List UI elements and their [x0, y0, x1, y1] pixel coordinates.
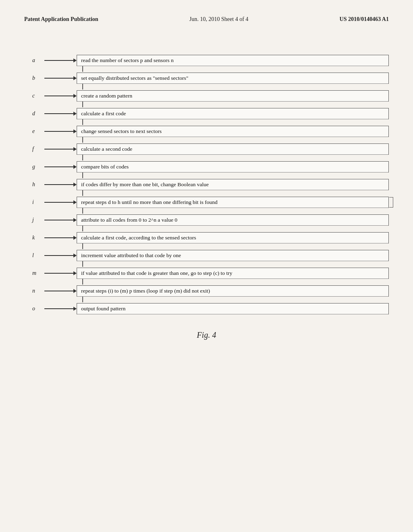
- arrowhead-j: [73, 218, 77, 222]
- step-label-c: c: [32, 93, 44, 99]
- step-row-f: fcalculate a second code: [32, 143, 389, 155]
- step-wrapper-b: bset equally distributed sectors as "sen…: [32, 73, 389, 89]
- step-box-e: change sensed sectors to next sectors: [77, 126, 389, 137]
- arrowhead-b: [73, 76, 77, 80]
- step-label-f: f: [32, 146, 44, 152]
- arrow-e: [44, 129, 77, 133]
- step-wrapper-c: ccreate a random pattern: [32, 90, 389, 107]
- step-box-m: if value attributed to that code is grea…: [77, 268, 389, 279]
- connector-h: [32, 190, 389, 196]
- step-wrapper-i: irepeat steps d to h until no more than …: [32, 197, 389, 214]
- step-row-n: nrepeat steps (i) to (m) p times (loop i…: [32, 285, 389, 297]
- arrowhead-l: [73, 254, 77, 258]
- arrow-o: [44, 307, 77, 311]
- step-wrapper-o: ooutput found pattern: [32, 303, 389, 314]
- arrow-b: [44, 76, 77, 80]
- connector-a: [32, 66, 389, 72]
- step-wrapper-j: jattribute to all codes from 0 to 2^n a …: [32, 214, 389, 231]
- connector-line-e: [82, 137, 83, 143]
- arrow-f: [44, 147, 77, 151]
- step-row-a: aread the number of sectors p and sensor…: [32, 55, 389, 66]
- step-row-j: jattribute to all codes from 0 to 2^n a …: [32, 214, 389, 226]
- connector-line-c: [82, 102, 83, 107]
- step-row-e: echange sensed sectors to next sectors: [32, 126, 389, 137]
- arrowhead-d: [73, 112, 77, 116]
- arrowhead-o: [73, 307, 77, 311]
- diagram: aread the number of sectors p and sensor…: [24, 55, 389, 314]
- arrow-d: [44, 112, 77, 116]
- step-wrapper-l: lincrement value attributed to that code…: [32, 250, 389, 267]
- connector-line-n: [82, 297, 83, 302]
- connector-line-k: [82, 243, 83, 249]
- arrowhead-k: [73, 236, 77, 240]
- step-label-b: b: [32, 75, 44, 81]
- arrow-l: [44, 254, 77, 258]
- step-box-d: calculate a first code: [77, 108, 389, 119]
- step-box-a: read the number of sectors p and sensors…: [77, 55, 389, 66]
- connector-c: [32, 102, 389, 107]
- connector-k: [32, 243, 389, 249]
- arrow-k: [44, 236, 77, 240]
- arrow-i: [44, 200, 77, 204]
- bracket-right-i: [389, 197, 393, 208]
- connector-d: [32, 119, 389, 125]
- step-label-m: m: [32, 270, 44, 276]
- header-date-sheet: Jun. 10, 2010 Sheet 4 of 4: [190, 16, 248, 23]
- step-row-m: mif value attributed to that code is gre…: [32, 268, 389, 279]
- step-wrapper-f: fcalculate a second code: [32, 143, 389, 160]
- connector-line-i: [82, 208, 83, 214]
- page: Patent Application Publication Jun. 10, …: [0, 0, 413, 532]
- step-box-b: set equally distributed sectors as "sens…: [77, 73, 389, 84]
- step-wrapper-d: dcalculate a first code: [32, 108, 389, 125]
- arrow-m: [44, 271, 77, 275]
- step-box-o: output found pattern: [77, 303, 389, 314]
- step-wrapper-e: echange sensed sectors to next sectors: [32, 126, 389, 143]
- step-label-k: k: [32, 235, 44, 241]
- connector-line-a: [82, 66, 83, 72]
- step-label-h: h: [32, 181, 44, 188]
- step-wrapper-k: kcalculate a first code, according to th…: [32, 232, 389, 249]
- connector-line-f: [82, 155, 83, 160]
- connector-line-b: [82, 84, 83, 89]
- step-label-g: g: [32, 164, 44, 170]
- step-row-o: ooutput found pattern: [32, 303, 389, 314]
- step-row-l: lincrement value attributed to that code…: [32, 250, 389, 261]
- step-box-n: repeat steps (i) to (m) p times (loop if…: [77, 285, 389, 297]
- step-row-i: irepeat steps d to h until no more than …: [32, 197, 389, 208]
- step-label-j: j: [32, 217, 44, 223]
- connector-m: [32, 279, 389, 285]
- step-label-d: d: [32, 110, 44, 117]
- step-wrapper-g: gcompare bits of codes: [32, 161, 389, 178]
- header-publication-label: Patent Application Publication: [24, 16, 98, 23]
- arrowhead-c: [73, 94, 77, 98]
- step-label-a: a: [32, 57, 44, 64]
- connector-line-d: [82, 119, 83, 125]
- step-label-n: n: [32, 288, 44, 294]
- connector-e: [32, 137, 389, 143]
- step-label-o: o: [32, 305, 44, 312]
- connector-l: [32, 261, 389, 267]
- step-box-l: increment value attributed to that code …: [77, 250, 389, 261]
- step-label-l: l: [32, 252, 44, 259]
- step-box-c: create a random pattern: [77, 90, 389, 102]
- connector-b: [32, 84, 389, 89]
- figure-caption: Fig. 4: [24, 330, 389, 340]
- step-row-b: bset equally distributed sectors as "sen…: [32, 73, 389, 84]
- step-box-f: calculate a second code: [77, 143, 389, 155]
- step-box-h: if codes differ by more than one bit, ch…: [77, 179, 389, 190]
- arrowhead-m: [73, 271, 77, 275]
- step-wrapper-n: nrepeat steps (i) to (m) p times (loop i…: [32, 285, 389, 302]
- step-row-d: dcalculate a first code: [32, 108, 389, 119]
- arrow-c: [44, 94, 77, 98]
- step-row-g: gcompare bits of codes: [32, 161, 389, 172]
- step-box-g: compare bits of codes: [77, 161, 389, 172]
- step-box-j: attribute to all codes from 0 to 2^n a v…: [77, 214, 389, 226]
- arrowhead-e: [73, 129, 77, 133]
- page-header: Patent Application Publication Jun. 10, …: [24, 16, 389, 23]
- connector-f: [32, 155, 389, 160]
- step-label-i: i: [32, 199, 44, 206]
- arrowhead-i: [73, 200, 77, 204]
- arrowhead-a: [73, 58, 77, 62]
- step-box-k: calculate a first code, according to the…: [77, 232, 389, 243]
- step-row-h: hif codes differ by more than one bit, c…: [32, 179, 389, 190]
